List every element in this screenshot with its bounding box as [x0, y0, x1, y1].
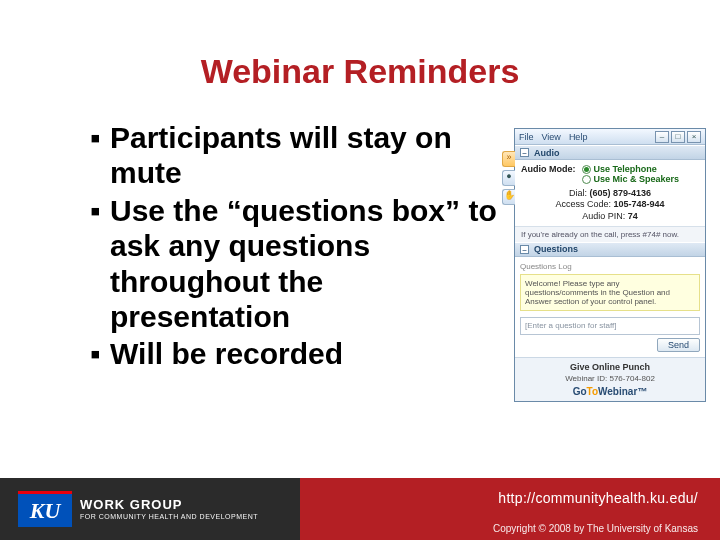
- radio-dot-icon: [582, 165, 591, 174]
- dial-number: (605) 879-4136: [589, 188, 651, 198]
- footer-red-bar: http://communityhealth.ku.edu/ Copyright…: [300, 478, 720, 540]
- window-maximize-icon[interactable]: □: [671, 131, 685, 143]
- audio-pin-value: 74: [628, 211, 638, 221]
- slide-title: Webinar Reminders: [0, 52, 720, 91]
- menu-file[interactable]: File: [519, 132, 534, 142]
- radio-dot-icon: [582, 175, 591, 184]
- collapse-box-icon[interactable]: –: [520, 245, 529, 254]
- radio-use-telephone[interactable]: Use Telephone: [582, 164, 680, 174]
- radio-use-mic[interactable]: Use Mic & Speakers: [582, 174, 680, 184]
- bullet-item: ▪ Participants will stay on mute: [90, 120, 510, 191]
- brand-to: To: [587, 386, 598, 397]
- ku-logo: KU WORK GROUP FOR COMMUNITY HEALTH AND D…: [18, 491, 258, 527]
- questions-log-label: Questions Log: [520, 262, 700, 271]
- panel-side-grab: » ● ✋: [502, 151, 515, 205]
- window-close-icon[interactable]: ×: [687, 131, 701, 143]
- logo-line1: WORK GROUP: [80, 498, 258, 511]
- collapse-icon[interactable]: »: [502, 151, 515, 167]
- brand-webinar: Webinar™: [598, 386, 647, 397]
- gotowebinar-logo: GoToWebinar™: [519, 386, 701, 397]
- ku-mark-icon: KU: [18, 491, 72, 527]
- footer-logo-area: KU WORK GROUP FOR COMMUNITY HEALTH AND D…: [0, 478, 300, 540]
- gotowebinar-panel: » ● ✋ File View Help – □ × – Audio Audio…: [514, 128, 706, 402]
- hand-raise-icon[interactable]: ✋: [502, 189, 515, 205]
- dial-label: Dial:: [569, 188, 587, 198]
- audio-section-body: Audio Mode: Use Telephone Use Mic & Spea…: [515, 160, 705, 226]
- audio-section-header[interactable]: – Audio: [515, 145, 705, 160]
- footer-url: http://communityhealth.ku.edu/: [498, 490, 698, 506]
- bullet-marker: ▪: [90, 120, 110, 191]
- send-button[interactable]: Send: [657, 338, 700, 352]
- bullet-text: Will be recorded: [110, 336, 510, 371]
- bullet-list: ▪ Participants will stay on mute ▪ Use t…: [90, 120, 510, 374]
- question-input[interactable]: [Enter a question for staff]: [520, 317, 700, 335]
- audio-hint: If you're already on the call, press #74…: [515, 226, 705, 242]
- bullet-text: Participants will stay on mute: [110, 120, 510, 191]
- slide-footer: KU WORK GROUP FOR COMMUNITY HEALTH AND D…: [0, 478, 720, 540]
- radio-phone-label: Use Telephone: [594, 164, 657, 174]
- audio-mode-label: Audio Mode:: [521, 164, 576, 184]
- bullet-text: Use the “questions box” to ask any quest…: [110, 193, 510, 335]
- footer-copyright: Copyright © 2008 by The University of Ka…: [493, 523, 698, 534]
- questions-welcome-msg: Welcome! Please type any questions/comme…: [520, 274, 700, 311]
- logo-line2: FOR COMMUNITY HEALTH AND DEVELOPMENT: [80, 513, 258, 520]
- bullet-marker: ▪: [90, 336, 110, 371]
- panel-footer: Give Online Punch Webinar ID: 576-704-80…: [515, 357, 705, 401]
- collapse-box-icon[interactable]: –: [520, 148, 529, 157]
- bullet-marker: ▪: [90, 193, 110, 335]
- mic-icon[interactable]: ●: [502, 170, 515, 186]
- menu-view[interactable]: View: [542, 132, 561, 142]
- panel-titlebar: File View Help – □ ×: [515, 129, 705, 145]
- audio-header-label: Audio: [534, 148, 560, 158]
- brand-go: Go: [573, 386, 587, 397]
- give-online-punch[interactable]: Give Online Punch: [519, 362, 701, 372]
- access-code-value: 105-748-944: [614, 199, 665, 209]
- radio-mic-label: Use Mic & Speakers: [594, 174, 680, 184]
- bullet-item: ▪ Use the “questions box” to ask any que…: [90, 193, 510, 335]
- menu-help[interactable]: Help: [569, 132, 588, 142]
- questions-section-body: Questions Log Welcome! Please type any q…: [515, 257, 705, 357]
- webinar-id-label: Webinar ID:: [565, 374, 607, 383]
- questions-header-label: Questions: [534, 244, 578, 254]
- bullet-item: ▪ Will be recorded: [90, 336, 510, 371]
- window-minimize-icon[interactable]: –: [655, 131, 669, 143]
- webinar-id-value: 576-704-802: [609, 374, 654, 383]
- dial-info: Dial: (605) 879-4136 Access Code: 105-74…: [521, 188, 699, 222]
- questions-section-header[interactable]: – Questions: [515, 242, 705, 257]
- audio-pin-label: Audio PIN:: [582, 211, 625, 221]
- access-code-label: Access Code:: [555, 199, 611, 209]
